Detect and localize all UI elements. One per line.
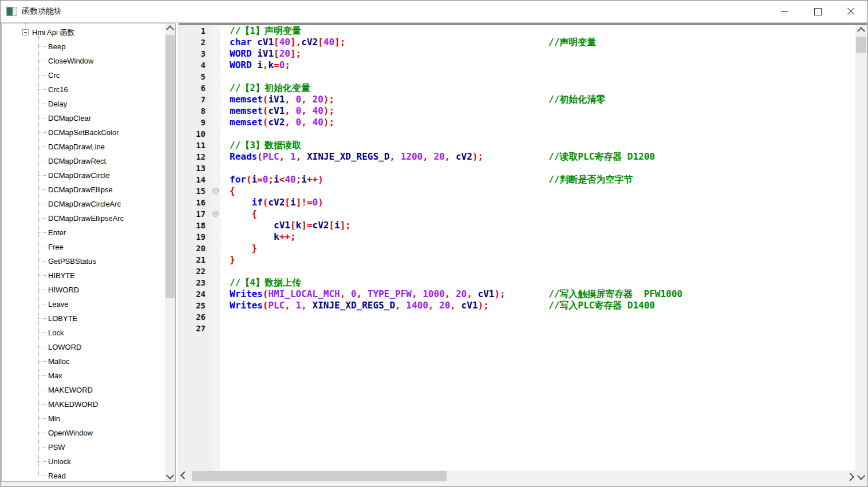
code-line[interactable]: 18 cV1[k]=cV2[i]; <box>179 220 855 231</box>
tree-connector <box>38 75 46 76</box>
line-number: 19 <box>179 231 211 243</box>
fold-margin <box>211 151 220 163</box>
scroll-up-icon[interactable] <box>855 25 867 35</box>
code-lines[interactable]: 1//【1】声明变量2char cV1[40],cV2[40];//声明变量3W… <box>179 25 855 470</box>
sidebar-item-crc16[interactable]: Crc16 <box>38 82 165 97</box>
code-line[interactable]: 3WORD iV1[20]; <box>179 48 855 60</box>
line-number: 24 <box>179 288 211 300</box>
fold-margin <box>211 197 220 208</box>
code-line[interactable]: 24Writes(HMI_LOCAL_MCH, 0, TYPE_PFW, 100… <box>179 288 855 300</box>
sidebar-item-dcmapdrawrect[interactable]: DCMapDrawRect <box>38 154 165 168</box>
code-line[interactable]: 10 <box>179 128 855 140</box>
sidebar-item-enter[interactable]: Enter <box>38 225 165 240</box>
minimize-button[interactable] <box>768 1 801 22</box>
code-line[interactable]: 5 <box>179 71 855 82</box>
sidebar-item-min[interactable]: Min <box>38 411 165 426</box>
sidebar-item-beep[interactable]: Beep <box>38 39 165 54</box>
sidebar-item-delay[interactable]: Delay <box>38 97 165 111</box>
tree-root-hmi-api[interactable]: Hmi Api 函数 <box>2 25 165 39</box>
scroll-right-icon[interactable] <box>845 470 855 482</box>
sidebar-item-loword[interactable]: LOWORD <box>38 340 165 354</box>
fold-margin <box>211 140 220 151</box>
line-number: 10 <box>179 128 211 140</box>
sidebar-item-dcmapdrawellipse[interactable]: DCMapDrawEllipse <box>38 183 165 197</box>
close-button[interactable] <box>834 1 867 22</box>
code-line[interactable]: 15{ <box>179 185 855 197</box>
function-tree[interactable]: Hmi Api 函数 BeepCloseWindowCrcCrc16DelayD… <box>2 23 165 481</box>
editor-vscroll-thumb[interactable] <box>856 37 866 53</box>
sidebar-item-malloc[interactable]: Malloc <box>38 354 165 369</box>
sidebar-item-openwindow[interactable]: OpenWindow <box>38 426 165 440</box>
collapse-icon[interactable] <box>22 29 29 35</box>
tree-item-label: Enter <box>48 228 66 237</box>
sidebar-item-lobyte[interactable]: LOBYTE <box>38 311 165 326</box>
code-line-text <box>220 266 855 277</box>
code-editor-panel: 1//【1】声明变量2char cV1[40],cV2[40];//声明变量3W… <box>179 23 867 482</box>
sidebar-item-makedword[interactable]: MAKEDWORD <box>38 397 165 411</box>
sidebar-item-crc[interactable]: Crc <box>38 68 165 82</box>
code-line[interactable]: 17 { <box>179 208 855 220</box>
code-line[interactable]: 7memset(iV1, 0, 20);//初始化清零 <box>179 94 855 105</box>
sidebar-item-dcmapdrawellipsearc[interactable]: DCMapDrawEllipseArc <box>38 211 165 225</box>
code-line[interactable]: 9memset(cV2, 0, 40); <box>179 117 855 128</box>
fold-collapse-icon[interactable] <box>212 211 219 217</box>
sidebar-item-dcmapdrawcirclearc[interactable]: DCMapDrawCircleArc <box>38 197 165 211</box>
code-line[interactable]: 13 <box>179 163 855 174</box>
code-line[interactable]: 19 k++; <box>179 231 855 243</box>
sidebar-item-hibyte[interactable]: HIBYTE <box>38 268 165 283</box>
code-line[interactable]: 4WORD i,k=0; <box>179 60 855 71</box>
line-number: 27 <box>179 323 211 334</box>
sidebar-item-read[interactable]: Read <box>38 469 165 481</box>
sidebar-scrollbar-thumb[interactable] <box>165 35 175 298</box>
code-line[interactable]: 25Writes(PLC, 1, XINJE_XD_REGS_D, 1400, … <box>179 300 855 311</box>
sidebar-item-psw[interactable]: PSW <box>38 440 165 454</box>
code-line[interactable]: 14for(i=0;i<40;i++)//判断是否为空字节 <box>179 174 855 185</box>
tree-item-label: DCMapDrawEllipseArc <box>48 214 124 223</box>
sidebar-item-hiword[interactable]: HIWORD <box>38 283 165 297</box>
scroll-down-icon[interactable] <box>165 471 175 481</box>
sidebar-item-dcmapdrawline[interactable]: DCMapDrawLine <box>38 140 165 154</box>
code-line[interactable]: 2char cV1[40],cV2[40];//声明变量 <box>179 37 855 48</box>
code-line[interactable]: 20 } <box>179 243 855 254</box>
line-number: 14 <box>179 174 211 185</box>
code-line[interactable]: 6//【2】初始化变量 <box>179 82 855 94</box>
sidebar-item-dcmapclear[interactable]: DCMapClear <box>38 111 165 125</box>
sidebar-item-getpsbstatus[interactable]: GetPSBStatus <box>38 254 165 268</box>
code-line[interactable]: 27 <box>179 323 855 334</box>
code-line-text: memset(cV1, 0, 40); <box>220 105 855 117</box>
code-line[interactable]: 16 if(cV2[i]!=0) <box>179 197 855 208</box>
fold-margin <box>211 37 220 48</box>
tree-connector <box>38 61 46 61</box>
scroll-down-icon[interactable] <box>855 472 867 482</box>
scroll-up-icon[interactable] <box>165 23 175 34</box>
sidebar-item-free[interactable]: Free <box>38 240 165 254</box>
sidebar-item-unlock[interactable]: Unlock <box>38 454 165 469</box>
sidebar-item-closewindow[interactable]: CloseWindow <box>38 54 165 68</box>
sidebar-scrollbar[interactable] <box>165 23 175 481</box>
sidebar-item-dcmapdrawcircle[interactable]: DCMapDrawCircle <box>38 168 165 183</box>
code-line[interactable]: 26 <box>179 311 855 323</box>
editor-horizontal-scrollbar[interactable] <box>179 470 855 482</box>
code-line[interactable]: 1//【1】声明变量 <box>179 25 855 37</box>
sidebar-item-makeword[interactable]: MAKEWORD <box>38 383 165 397</box>
sidebar-item-dcmapsetbackcolor[interactable]: DCMapSetBackColor <box>38 125 165 140</box>
editor-vertical-scrollbar[interactable] <box>855 25 867 482</box>
sidebar-item-lock[interactable]: Lock <box>38 326 165 340</box>
tree-connector <box>38 132 46 133</box>
fold-collapse-icon[interactable] <box>212 188 219 194</box>
code-line[interactable]: 8memset(cV1, 0, 40); <box>179 105 855 117</box>
tree-item-label: DCMapDrawCircleArc <box>48 200 121 208</box>
scroll-left-icon[interactable] <box>179 470 190 482</box>
maximize-button[interactable] <box>801 1 834 22</box>
code-line[interactable]: 22 <box>179 266 855 277</box>
code-line[interactable]: 23//【4】数据上传 <box>179 277 855 288</box>
fold-margin <box>211 208 220 220</box>
code-line[interactable]: 11//【3】数据读取 <box>179 140 855 151</box>
fold-margin <box>211 277 220 288</box>
code-line[interactable]: 12Reads(PLC, 1, XINJE_XD_REGS_D, 1200, 2… <box>179 151 855 163</box>
code-line[interactable]: 21} <box>179 254 855 266</box>
sidebar-item-leave[interactable]: Leave <box>38 297 165 311</box>
code-line-text <box>220 163 855 174</box>
sidebar-item-max[interactable]: Max <box>38 369 165 383</box>
editor-hscroll-thumb[interactable] <box>192 471 447 481</box>
